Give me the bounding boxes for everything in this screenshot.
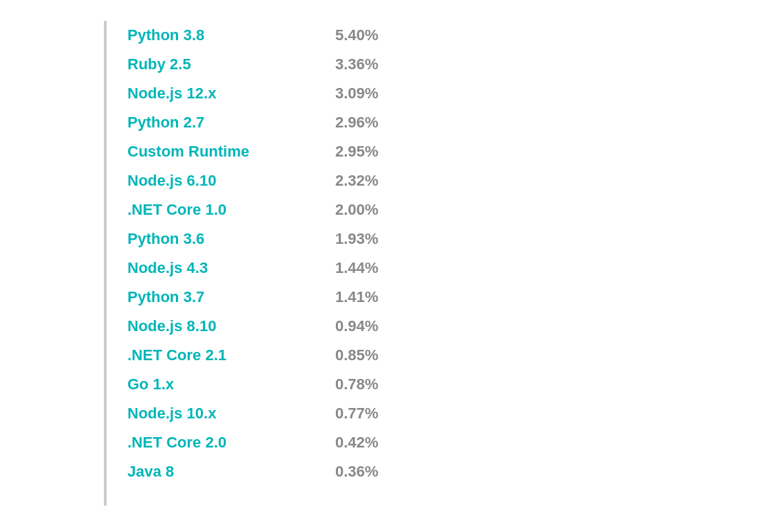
runtime-name-label: Python 3.8 [127,26,321,44]
runtime-value-label: 2.00% [335,201,378,219]
runtime-name-label: Node.js 8.10 [127,317,321,335]
table-row: .NET Core 2.00.42% [127,428,378,457]
runtime-value-label: 1.93% [335,230,378,248]
table-row: Python 2.72.96% [127,108,378,137]
runtime-value-label: 3.09% [335,85,378,103]
table-row: Ruby 2.53.36% [127,50,378,79]
runtime-name-label: Python 3.7 [127,288,321,306]
main-container: Python 3.85.40%Ruby 2.53.36%Node.js 12.x… [0,0,775,526]
runtime-name-label: .NET Core 2.0 [127,434,321,452]
left-border-divider [104,21,107,506]
runtime-value-label: 2.96% [335,114,378,132]
runtime-name-label: Ruby 2.5 [127,55,321,73]
table-row: .NET Core 2.10.85% [127,341,378,370]
runtime-value-label: 0.36% [335,463,378,481]
table-row: Go 1.x0.78% [127,370,378,399]
table-row: Python 3.71.41% [127,283,378,312]
runtime-name-label: .NET Core 2.1 [127,346,321,364]
runtime-name-label: Custom Runtime [127,143,321,161]
table-row: Node.js 6.102.32% [127,166,378,195]
runtime-value-label: 0.94% [335,317,378,335]
runtime-list: Python 3.85.40%Ruby 2.53.36%Node.js 12.x… [127,21,378,506]
table-row: .NET Core 1.02.00% [127,195,378,224]
runtime-name-label: Go 1.x [127,375,321,393]
table-row: Node.js 12.x3.09% [127,79,378,108]
table-row: Python 3.61.93% [127,224,378,254]
runtime-name-label: Java 8 [127,463,321,481]
runtime-name-label: Python 2.7 [127,114,321,132]
runtime-value-label: 5.40% [335,26,378,44]
runtime-value-label: 0.77% [335,405,378,423]
runtime-value-label: 2.32% [335,172,378,190]
runtime-value-label: 2.95% [335,143,378,161]
runtime-value-label: 0.85% [335,346,378,364]
runtime-value-label: 0.42% [335,434,378,452]
table-row: Node.js 8.100.94% [127,312,378,341]
runtime-name-label: .NET Core 1.0 [127,201,321,219]
table-row: Node.js 4.31.44% [127,254,378,283]
table-row: Java 80.36% [127,457,378,486]
runtime-name-label: Node.js 10.x [127,405,321,423]
runtime-name-label: Node.js 6.10 [127,172,321,190]
runtime-name-label: Node.js 12.x [127,85,321,103]
runtime-name-label: Node.js 4.3 [127,259,321,277]
table-row: Python 3.85.40% [127,21,378,50]
runtime-value-label: 1.44% [335,259,378,277]
runtime-value-label: 1.41% [335,288,378,306]
runtime-value-label: 3.36% [335,55,378,73]
table-row: Custom Runtime2.95% [127,137,378,166]
runtime-name-label: Python 3.6 [127,230,321,248]
table-row: Node.js 10.x0.77% [127,399,378,428]
runtime-value-label: 0.78% [335,375,378,393]
